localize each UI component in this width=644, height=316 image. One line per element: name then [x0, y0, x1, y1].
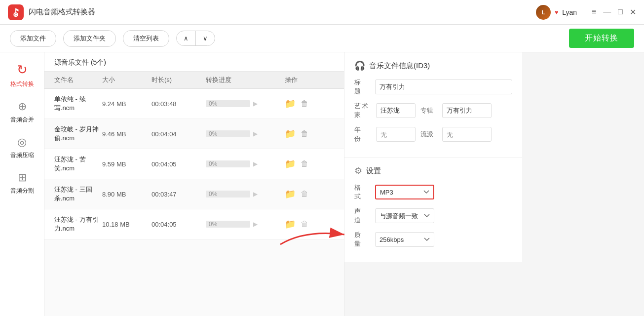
progress-arrow-icon: ▶: [253, 160, 258, 167]
col-name: 文件名: [54, 76, 102, 84]
delete-icon[interactable]: 🗑: [301, 159, 308, 168]
album-input[interactable]: [442, 103, 492, 118]
artist-album-row: 艺术家 专辑: [354, 102, 512, 119]
sidebar-item-format[interactable]: ↻ 格式转换: [3, 57, 41, 93]
progress-arrow-icon: ▶: [253, 221, 258, 228]
channel-select[interactable]: 与源音频一致 单声道 立体声: [375, 208, 434, 223]
year-genre-row: 年 份 流派: [354, 125, 512, 143]
delete-icon[interactable]: 🗑: [301, 190, 308, 198]
progress-cell: 0% ▶: [206, 130, 285, 137]
artist-input[interactable]: [376, 103, 416, 118]
split-icon: ⊞: [18, 171, 27, 184]
right-panel-wrapper: 🎧 音乐文件信息(ID3) 标 题 艺术家 专辑: [344, 52, 644, 316]
open-folder-icon[interactable]: 📁: [285, 128, 296, 139]
file-size: 10.18 MB: [102, 221, 152, 228]
app-title: 闪电音频格式转换器: [29, 7, 536, 17]
delete-icon[interactable]: 🗑: [301, 99, 308, 108]
open-folder-icon[interactable]: 📁: [285, 98, 296, 109]
file-duration: 00:04:05: [152, 160, 206, 168]
delete-icon[interactable]: 🗑: [301, 220, 308, 229]
file-name: 汪苏泷 - 三国杀.ncm: [54, 185, 102, 203]
move-up-button[interactable]: ∧: [177, 31, 196, 45]
heart-icon: ♥: [555, 9, 558, 16]
sidebar-item-split[interactable]: ⊞ 音频分割: [3, 166, 41, 200]
quality-select[interactable]: 256kbps 128kbps 192kbps 320kbps: [375, 232, 434, 247]
add-folder-button[interactable]: 添加文件夹: [63, 30, 116, 47]
progress-bar: 0%: [206, 191, 250, 198]
progress-bar: 0%: [206, 221, 250, 228]
user-section: L ♥ Lyan: [536, 5, 577, 20]
progress-bar: 0%: [206, 100, 250, 107]
sidebar-label-split: 音频分割: [10, 187, 34, 195]
window-controls[interactable]: ≡ — □ ✕: [592, 7, 636, 17]
genre-label: 流派: [420, 130, 439, 139]
maximize-icon[interactable]: □: [618, 7, 623, 17]
col-duration: 时长(s): [152, 76, 206, 84]
year-input[interactable]: [376, 127, 416, 142]
menu-icon[interactable]: ≡: [592, 7, 596, 17]
file-name: 单依纯 - 续写.ncm: [54, 95, 102, 113]
format-select[interactable]: MP3 AAC FLAC WAV OGG WMA M4A: [375, 185, 434, 199]
progress-text: 0%: [209, 191, 217, 198]
file-area: 源音乐文件 (5个) 文件名 大小 时长(s) 转换进度 操作 单依纯 - 续写…: [44, 52, 344, 316]
add-file-button[interactable]: 添加文件: [10, 30, 56, 47]
app-logo: [8, 4, 24, 20]
file-table-header: 文件名 大小 时长(s) 转换进度 操作: [44, 72, 344, 89]
artist-label: 艺术家: [354, 102, 373, 119]
settings-title: ⚙ 设置: [354, 165, 512, 176]
clear-list-button[interactable]: 清空列表: [123, 30, 169, 47]
file-duration: 00:04:04: [152, 130, 206, 138]
progress-arrow-icon: ▶: [253, 100, 258, 107]
sidebar-item-merge[interactable]: ⊕ 音频合并: [3, 95, 41, 129]
album-group: 专辑: [420, 103, 492, 118]
music-info-title: 🎧 音乐文件信息(ID3): [354, 60, 512, 71]
delete-icon[interactable]: 🗑: [301, 129, 308, 138]
table-row: 金玟岐 - 岁月神偷.ncm 9.46 MB 00:04:04 0% ▶ 📁 🗑: [44, 119, 344, 149]
action-cell: 📁 🗑: [285, 219, 334, 230]
file-name: 金玟岐 - 岁月神偷.ncm: [54, 125, 102, 143]
album-label: 专辑: [420, 106, 439, 115]
channel-row: 声 道 与源音频一致 单声道 立体声: [354, 207, 512, 225]
sidebar-item-compress[interactable]: ◎ 音频压缩: [3, 131, 41, 164]
quality-row: 质 量 256kbps 128kbps 192kbps 320kbps: [354, 231, 512, 248]
year-label: 年 份: [354, 125, 373, 143]
genre-input[interactable]: [442, 127, 492, 142]
file-area-header: 源音乐文件 (5个): [44, 52, 344, 72]
progress-text: 0%: [209, 130, 217, 137]
file-name: 汪苏泷 - 苦笑.ncm: [54, 155, 102, 173]
file-rows-container: 单依纯 - 续写.ncm 9.24 MB 00:03:48 0% ▶ 📁 🗑 金…: [44, 89, 344, 239]
file-size: 8.90 MB: [102, 191, 152, 198]
title-input[interactable]: [375, 79, 512, 94]
action-cell: 📁 🗑: [285, 158, 334, 169]
progress-bar: 0%: [206, 130, 250, 137]
sidebar-label-merge: 音频合并: [10, 116, 34, 124]
open-folder-icon[interactable]: 📁: [285, 158, 296, 169]
col-size: 大小: [102, 76, 152, 84]
file-duration: 00:03:47: [152, 191, 206, 198]
table-row: 汪苏泷 - 万有引力.ncm 10.18 MB 00:04:05 0% ▶ 📁 …: [44, 209, 344, 239]
title-bar: 闪电音频格式转换器 L ♥ Lyan ≡ — □ ✕: [0, 0, 644, 25]
quality-label: 质 量: [354, 231, 375, 248]
progress-cell: 0% ▶: [206, 100, 285, 107]
minimize-icon[interactable]: —: [603, 7, 611, 17]
format-row: 格 式 MP3 AAC FLAC WAV OGG WMA M4A: [354, 183, 512, 201]
open-folder-icon[interactable]: 📁: [285, 219, 296, 230]
toolbar: 添加文件 添加文件夹 清空列表 ∧ ∨ 开始转换: [0, 25, 644, 52]
file-size: 9.46 MB: [102, 130, 152, 138]
open-folder-icon[interactable]: 📁: [285, 189, 296, 199]
progress-text: 0%: [209, 160, 217, 167]
title-field-row: 标 题: [354, 78, 512, 96]
file-size: 9.59 MB: [102, 160, 152, 168]
compress-icon: ◎: [17, 136, 27, 149]
progress-cell: 0% ▶: [206, 160, 285, 167]
table-row: 汪苏泷 - 三国杀.ncm 8.90 MB 00:03:47 0% ▶ 📁 🗑: [44, 179, 344, 209]
file-duration: 00:03:48: [152, 100, 206, 108]
start-convert-button[interactable]: 开始转换: [569, 29, 634, 48]
move-down-button[interactable]: ∨: [196, 31, 215, 45]
merge-icon: ⊕: [18, 100, 27, 113]
sidebar: ↻ 格式转换 ⊕ 音频合并 ◎ 音频压缩 ⊞ 音频分割: [0, 52, 44, 316]
settings-gear-icon: ⚙: [354, 165, 362, 176]
close-icon[interactable]: ✕: [630, 7, 636, 17]
action-cell: 📁 🗑: [285, 98, 334, 109]
sidebar-label-compress: 音频压缩: [10, 151, 34, 159]
